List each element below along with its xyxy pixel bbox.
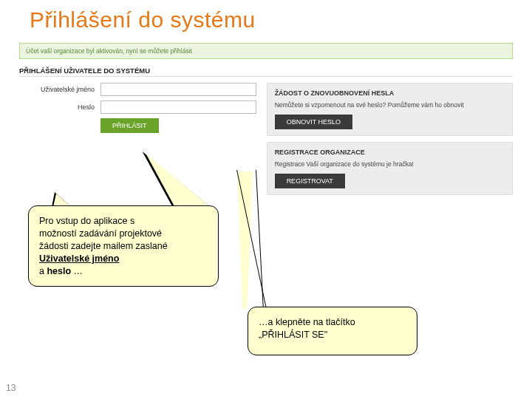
callout-text: „PŘIHLÁSIT SE" (259, 330, 327, 340)
register-heading: REGISTRACE ORGANIZACE (275, 149, 505, 156)
callout-text: Pro vstup do aplikace s (39, 216, 134, 226)
username-label: Uživatelské jméno (19, 86, 100, 93)
login-heading: PŘIHLÁŠENÍ UŽIVATELE DO SYSTÉMU (19, 66, 513, 75)
callout-tail (236, 170, 281, 310)
password-reset-panel: ŽÁDOST O ZNOVUOBNOVENÍ HESLA Nemůžete si… (267, 83, 513, 136)
callout-text: žádosti zadejte mailem zaslané (39, 241, 168, 251)
reset-heading: ŽÁDOST O ZNOVUOBNOVENÍ HESLA (275, 89, 505, 97)
callout-text: Uživatelské jméno (39, 253, 119, 264)
callout-text: … (71, 266, 83, 276)
callout-tail (52, 192, 71, 207)
password-field[interactable] (100, 100, 256, 114)
login-form: Uživatelské jméno Heslo PŘIHLÁSIT (19, 83, 256, 195)
reset-text: Nemůžete si vzpomenout na své heslo? Pom… (275, 101, 505, 109)
register-button[interactable]: REGISTROVAT (275, 174, 345, 188)
callout-text: možností zadávání projektové (39, 228, 162, 239)
callout-text: heslo (47, 266, 71, 276)
register-text: Registrace Vaší organizace do systému je… (275, 160, 505, 168)
username-field[interactable] (100, 83, 256, 96)
password-label: Heslo (19, 103, 100, 111)
instruction-callout-2: …a klepněte na tlačítko „PŘIHLÁSIT SE" (248, 307, 417, 355)
callout-text: …a klepněte na tlačítko (259, 317, 355, 327)
instruction-callout-1: Pro vstup do aplikace s možností zadáván… (28, 205, 219, 287)
page-number: 13 (6, 383, 16, 393)
register-panel: REGISTRACE ORGANIZACE Registrace Vaší or… (267, 142, 513, 195)
slide-title: Přihlášení do systému (0, 0, 532, 37)
callout-text: a (39, 266, 47, 276)
reset-button[interactable]: OBNOVIT HESLO (275, 115, 352, 129)
activation-alert: Účet vaší organizace byl aktivován, nyní… (19, 43, 513, 59)
divider (19, 76, 513, 77)
login-button[interactable]: PŘIHLÁSIT (100, 118, 159, 133)
